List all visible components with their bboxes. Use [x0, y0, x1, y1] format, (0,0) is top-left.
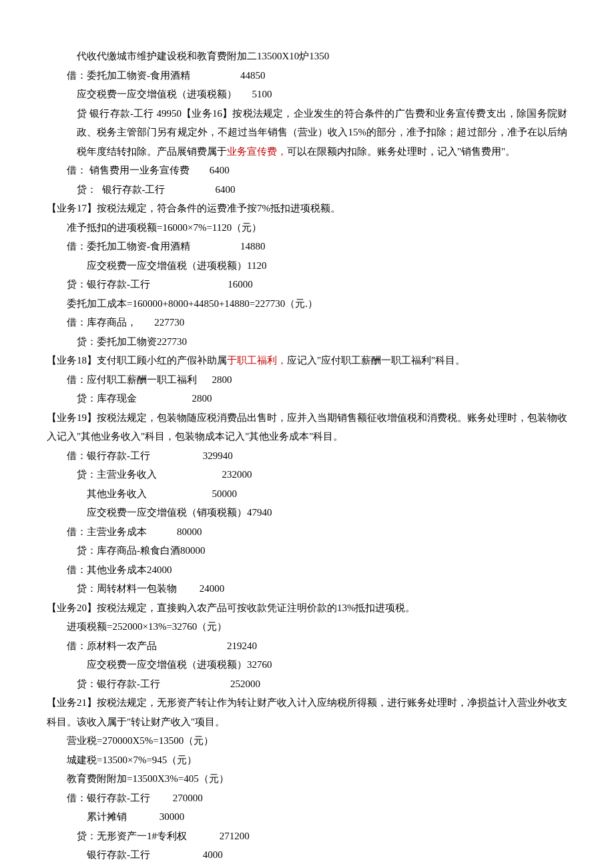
text-line: 【业务20】按税法规定，直接购入农产品可按收款凭证注明价款的13%抵扣进项税。 — [47, 598, 567, 618]
text-line: 贷：库存商品-粮食白酒80000 — [47, 541, 567, 560]
text-line: 应交税费一应交增值税（进项税额） 5100 — [47, 85, 567, 104]
text: 代收代缴城市维护建设税和教育费附加二13500X10炉1350 — [77, 51, 329, 61]
text-line: 银行存款-工行 4000 — [47, 845, 567, 865]
text: 借：委托加工物资-食用酒精 14880 — [67, 241, 266, 252]
text: 【业务19】按税法规定，包装物随应税消费品出售时，应并入当期销售额征收增值税和消… — [47, 412, 567, 442]
text: 借：银行存款-工行 270000 — [67, 793, 203, 803]
text: 贷：委托加工物资227730 — [77, 336, 187, 347]
text-line: 贷：主营业务收入 232000 — [47, 465, 567, 484]
text-line: 教育费附附加=13500X3%=405（元） — [47, 769, 567, 789]
text-line: 借：委托加工物资-食用酒精 44850 — [47, 66, 567, 85]
text-line: 贷：周转材料一包装物 24000 — [47, 579, 567, 598]
text-line: 其他业务收入 50000 — [47, 484, 567, 504]
text: 借：应付职工薪酬一职工福利 2800 — [67, 374, 232, 385]
text-line: 累计摊销 30000 — [47, 807, 567, 827]
text: 应交税费一应交增值税（进项税额）32760 — [87, 659, 272, 670]
text: 委托加工成本=160000+8000+44850+14880=227730（元.… — [67, 298, 318, 309]
text-line: 借：原材料一农产品 219240 — [47, 636, 567, 656]
text: 【业务18】支付职工顾小红的产假补助属 — [47, 355, 227, 366]
text-line: 【业务19】按税法规定，包装物随应税消费品出售时，应并入当期销售额征收增值税和消… — [47, 408, 567, 446]
text-line: 【业务21】按税法规定，无形资产转让作为转让财产收入计入应纳税所得额，进行账务处… — [47, 693, 567, 731]
text: 借：其他业务成本24000 — [67, 564, 172, 575]
text-line: 贷：库存现金 2800 — [47, 389, 567, 408]
text-line: 贷： 银行存款-工行 6400 — [47, 180, 567, 199]
text: 贷：主营业务收入 232000 — [77, 469, 252, 480]
text: 贷：银行存款-工行 16000 — [67, 279, 253, 290]
text-line: 借：银行存款-工行 270000 — [47, 789, 567, 808]
text-line: 借：其他业务成本24000 — [47, 560, 567, 580]
text: 银行存款-工行 4000 — [87, 849, 223, 860]
text-line: 【业务18】支付职工顾小红的产假补助属于职工福利，应记入"应付职工薪酬一职工福利… — [47, 351, 567, 370]
text: 【业务20】按税法规定，直接购入农产品可按收款凭证注明价款的13%抵扣进项税。 — [47, 602, 416, 613]
text: 借：库存商品， 227730 — [67, 317, 184, 328]
text: 借：银行存款-工行 329940 — [67, 450, 233, 461]
text-line: 应交税费一应交增值税（进项税额）1120 — [47, 256, 567, 276]
text-line: 贷 银行存款-工行 49950【业务16】按税法规定，企业发生的符合条件的广告费… — [47, 104, 567, 161]
text: 应交税费一应交增值税（进项税额） 5100 — [77, 89, 272, 99]
text: 准予抵扣的进项税额=16000×7%=1120（元） — [67, 222, 262, 233]
text-line: 借： 销售费用一业务宣传费 6400 — [47, 161, 567, 180]
text-line: 借：委托加工物资-食用酒精 14880 — [47, 237, 567, 256]
text-line: 借：主营业务成本 80000 — [47, 522, 567, 542]
text: 借：委托加工物资-食用酒精 44850 — [67, 70, 266, 81]
text-line: 营业税=270000X5%=13500（元） — [47, 731, 567, 751]
text-line: 借：库存商品， 227730 — [47, 313, 567, 332]
text: 贷： 银行存款-工行 6400 — [77, 184, 236, 195]
highlighted-text: 业务宣传费， — [227, 146, 287, 157]
text-line: 借：应付职工薪酬一职工福利 2800 — [47, 370, 567, 390]
text: 应记入"应付职工薪酬一职工福利"科目。 — [287, 355, 465, 366]
text: 贷：库存现金 2800 — [77, 393, 212, 404]
text-line: 委托加工成本=160000+8000+44850+14880=227730（元.… — [47, 294, 567, 314]
text-line: 借：银行存款-工行 329940 — [47, 446, 567, 466]
text: 累计摊销 30000 — [87, 811, 184, 822]
text: 应交税费一应交增值税（销项税额）47940 — [87, 507, 272, 518]
text-line: 【业务17】按税法规定，符合条件的运费准予按7%抵扣进项税额。 — [47, 199, 567, 218]
text: 借：原材料一农产品 219240 — [67, 640, 257, 651]
text-line: 贷：银行存款-工行 252000 — [47, 675, 567, 694]
text-line: 代收代缴城市维护建设税和教育费附加二13500X10炉1350 — [47, 47, 567, 66]
text: 【业务17】按税法规定，符合条件的运费准予按7%抵扣进项税额。 — [47, 203, 340, 213]
text-line: 应交税费一应交增值税（进项税额）32760 — [47, 655, 567, 675]
text: 城建税=13500×7%=945（元） — [67, 755, 197, 765]
text: 进项税额=252000×13%=32760（元） — [67, 621, 227, 632]
text: 借： 销售费用一业务宣传费 6400 — [67, 165, 230, 175]
text-line: 贷：无形资产一1#专利权 271200 — [47, 827, 567, 846]
text: 贷：无形资产一1#专利权 271200 — [77, 831, 250, 841]
text-line: 城建税=13500×7%=945（元） — [47, 751, 567, 770]
document-body: 代收代缴城市维护建设税和教育费附加二13500X10炉1350借：委托加工物资-… — [47, 47, 567, 868]
text: 贷：银行存款-工行 252000 — [77, 679, 260, 689]
text-line: 贷：银行存款-工行 16000 — [47, 275, 567, 294]
text: 其他业务收入 50000 — [87, 488, 237, 499]
highlighted-text: 于职工福利， — [227, 355, 287, 366]
text: 贷：周转材料一包装物 24000 — [77, 583, 224, 594]
text-line: 准予抵扣的进项税额=16000×7%=1120（元） — [47, 218, 567, 238]
text-line: 应交税费一应交营业税 13500 — [47, 865, 567, 869]
text: 教育费附附加=13500X3%=405（元） — [67, 773, 229, 784]
text: 贷：库存商品-粮食白酒80000 — [77, 545, 206, 556]
text: 可以在限额内扣除。账务处理时，记入"销售费用"。 — [287, 146, 515, 157]
text: 营业税=270000X5%=13500（元） — [67, 735, 214, 746]
text: 应交税费一应交增值税（进项税额）1120 — [87, 260, 266, 271]
text: 【业务21】按税法规定，无形资产转让作为转让财产收入计入应纳税所得额，进行账务处… — [47, 697, 567, 727]
text-line: 进项税额=252000×13%=32760（元） — [47, 617, 567, 636]
text-line: 贷：委托加工物资227730 — [47, 332, 567, 352]
text: 借：主营业务成本 80000 — [67, 526, 202, 537]
text-line: 应交税费一应交增值税（销项税额）47940 — [47, 503, 567, 522]
